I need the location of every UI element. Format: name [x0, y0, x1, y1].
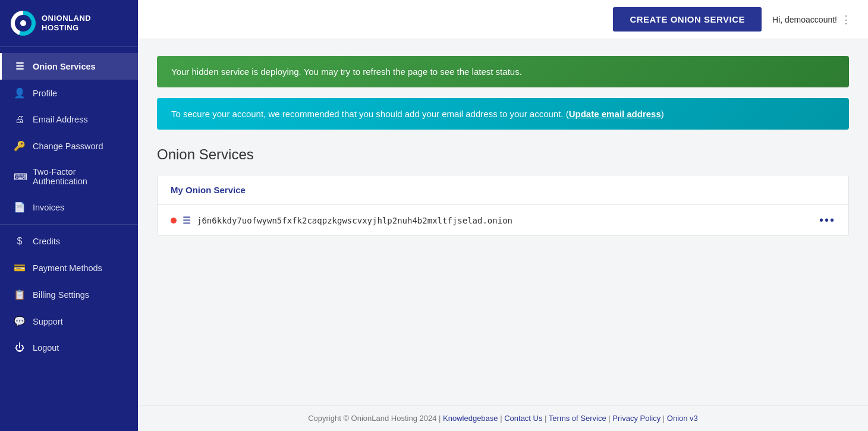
content-area: Your hidden service is deploying. You ma…: [138, 39, 868, 405]
sidebar-label-logout: Logout: [33, 343, 59, 353]
logo-area: ONIONLAND HOSTING: [0, 0, 138, 47]
copyright-text: Copyright © OnionLand Hosting 2024 |: [308, 414, 441, 423]
footer-link-onion-v3[interactable]: Onion v3: [667, 414, 698, 423]
topbar: CREATE ONION SERVICE Hi, demoaccount! ⋮: [138, 0, 868, 39]
change-password-icon: 🔑: [14, 140, 26, 152]
create-onion-service-button[interactable]: CREATE ONION SERVICE: [613, 7, 762, 32]
sidebar-nav: ☰ Onion Services👤 Profile🖨 Email Address…: [0, 47, 138, 431]
sidebar-item-two-factor[interactable]: ⌨ Two-Factor Authentication: [0, 159, 138, 194]
main-area: CREATE ONION SERVICE Hi, demoaccount! ⋮ …: [138, 0, 868, 431]
sidebar-label-change-password: Change Password: [33, 141, 103, 151]
sidebar-label-onion-services: Onion Services: [33, 62, 96, 71]
profile-icon: 👤: [14, 87, 26, 99]
sidebar-item-profile[interactable]: 👤 Profile: [0, 80, 138, 106]
footer-link-knowledgebase[interactable]: Knowledgebase: [443, 414, 498, 423]
billing-settings-icon: 📋: [14, 289, 26, 300]
sidebar-label-invoices: Invoices: [33, 203, 64, 212]
table-row: ☰ j6n6kkdy7uofwywn5fxfk2caqpzkgwscvxyjhl…: [158, 205, 848, 235]
footer: Copyright © OnionLand Hosting 2024 | Kno…: [138, 405, 868, 431]
sidebar-label-billing-settings: Billing Settings: [33, 290, 89, 300]
sidebar-item-credits[interactable]: $ Credits: [0, 228, 138, 254]
two-factor-icon: ⌨: [14, 171, 26, 183]
onion-services-icon: ☰: [14, 61, 26, 72]
sidebar-item-payment-methods[interactable]: 💳 Payment Methods: [0, 254, 138, 281]
sidebar-label-payment-methods: Payment Methods: [33, 263, 102, 273]
sidebar-label-two-factor: Two-Factor Authentication: [33, 167, 126, 186]
section-title: Onion Services: [157, 146, 849, 163]
sidebar-label-email-address: Email Address: [33, 115, 88, 124]
footer-link-privacy-policy[interactable]: Privacy Policy: [612, 414, 661, 423]
logo-icon: [11, 11, 36, 36]
user-menu-button[interactable]: ⋮: [841, 13, 851, 26]
payment-methods-icon: 💳: [14, 262, 26, 273]
sidebar-label-profile: Profile: [33, 89, 57, 98]
service-options-button[interactable]: •••: [819, 213, 835, 227]
user-greeting: Hi, demoaccount!: [772, 15, 837, 24]
invoices-icon: 📄: [14, 202, 26, 213]
sidebar-item-onion-services[interactable]: ☰ Onion Services: [0, 53, 138, 80]
service-type-icon: ☰: [183, 215, 191, 226]
sidebar-label-support: Support: [33, 317, 63, 326]
sidebar: ONIONLAND HOSTING ☰ Onion Services👤 Prof…: [0, 0, 138, 431]
footer-link-contact-us[interactable]: Contact Us: [504, 414, 542, 423]
logout-icon: ⏻: [14, 342, 26, 353]
sidebar-item-email-address[interactable]: 🖨 Email Address: [0, 106, 138, 133]
service-url: j6n6kkdy7uofwywn5fxfk2caqpzkgwscvxyjhlp2…: [197, 216, 512, 225]
services-list: ☰ j6n6kkdy7uofwywn5fxfk2caqpzkgwscvxyjhl…: [158, 205, 848, 235]
footer-link-terms-of-service[interactable]: Terms of Service: [549, 414, 606, 423]
sidebar-label-credits: Credits: [33, 237, 60, 246]
sidebar-item-change-password[interactable]: 🔑 Change Password: [0, 133, 138, 159]
support-icon: 💬: [14, 316, 26, 327]
brand-name: ONIONLAND HOSTING: [42, 14, 91, 32]
update-email-link[interactable]: Update email address: [569, 109, 661, 119]
card-header: My Onion Service: [158, 175, 848, 205]
services-card: My Onion Service ☰ j6n6kkdy7uofwywn5fxfk…: [157, 175, 849, 236]
credits-icon: $: [14, 236, 26, 247]
sidebar-item-support[interactable]: 💬 Support: [0, 308, 138, 335]
topbar-user: Hi, demoaccount! ⋮: [772, 13, 851, 26]
sidebar-item-logout[interactable]: ⏻ Logout: [0, 335, 138, 361]
sidebar-item-billing-settings[interactable]: 📋 Billing Settings: [0, 281, 138, 308]
service-info: ☰ j6n6kkdy7uofwywn5fxfk2caqpzkgwscvxyjhl…: [171, 215, 512, 226]
email-alert: To secure your account, we recommended t…: [157, 98, 849, 130]
status-dot: [171, 218, 177, 224]
sidebar-item-invoices[interactable]: 📄 Invoices: [0, 194, 138, 221]
email-address-icon: 🖨: [14, 114, 26, 125]
deploying-alert: Your hidden service is deploying. You ma…: [157, 56, 849, 87]
